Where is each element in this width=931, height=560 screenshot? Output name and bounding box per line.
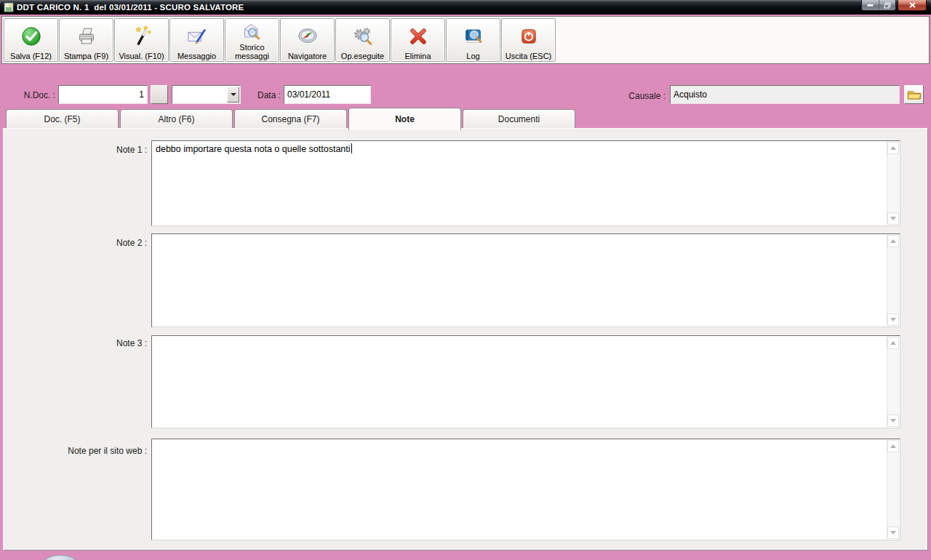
note1-text: debbo importare questa nota o quelle sot… [156, 144, 351, 154]
tab-consegna[interactable]: Consegna (F7) [234, 109, 347, 128]
visual-button[interactable]: Visual. (F10) [114, 18, 169, 62]
folder-icon [907, 89, 922, 100]
vertical-scrollbar[interactable] [887, 142, 899, 225]
stampa-button[interactable]: Stampa (F9) [59, 18, 113, 62]
save-check-icon [20, 20, 42, 52]
tab-content-note: Note 1 : debbo importare questa nota o q… [3, 128, 928, 551]
scroll-down-icon[interactable] [887, 527, 899, 539]
window-title: DDT CARICO N. 1 del 03/01/2011 - SCURO S… [17, 3, 244, 12]
ndoc-mini-button[interactable] [151, 85, 168, 104]
chevron-down-icon [231, 93, 236, 96]
text-cursor [351, 143, 352, 153]
power-icon [519, 20, 539, 52]
tab-altro[interactable]: Altro (F6) [120, 109, 233, 128]
tab-doc[interactable]: Doc. (F5) [6, 109, 119, 128]
tab-documenti[interactable]: Documenti [463, 109, 575, 128]
elimina-button[interactable]: Elimina [391, 18, 445, 62]
vertical-scrollbar[interactable] [887, 337, 899, 427]
op-eseguite-button[interactable]: Op.eseguite [335, 18, 390, 62]
causale-browse-button[interactable] [904, 85, 924, 104]
causale-input[interactable] [670, 85, 900, 104]
app-icon [4, 2, 14, 12]
uscita-button[interactable]: Uscita (ESC) [501, 18, 556, 62]
book-magnifier-icon [463, 20, 484, 52]
salva-button[interactable]: Salva (F12) [4, 18, 58, 62]
note-web-label: Note per il sito web : [4, 446, 147, 456]
note3-textarea[interactable] [151, 335, 900, 428]
window-controls [861, 0, 927, 11]
envelope-magnifier-icon [242, 20, 263, 43]
scroll-up-icon[interactable] [887, 440, 899, 452]
toolbar: Salva (F12) Stampa (F9) [1, 16, 930, 64]
note1-textarea[interactable]: debbo importare questa nota o quelle sot… [151, 140, 900, 226]
vertical-scrollbar[interactable] [887, 235, 899, 326]
navigatore-button[interactable]: Navigatore [280, 18, 335, 62]
scroll-down-icon[interactable] [887, 313, 899, 326]
titlebar: DDT CARICO N. 1 del 03/01/2011 - SCURO S… [0, 0, 931, 15]
scroll-up-icon[interactable] [887, 142, 899, 154]
storico-messaggi-button[interactable]: Storico messaggi [225, 18, 279, 62]
compass-icon [297, 20, 319, 52]
doc-type-select[interactable] [172, 85, 241, 104]
app-window: DDT CARICO N. 1 del 03/01/2011 - SCURO S… [0, 0, 931, 560]
scroll-up-icon[interactable] [887, 235, 899, 247]
printer-icon [76, 20, 97, 52]
gears-magnifier-icon [352, 20, 374, 52]
scroll-up-icon[interactable] [887, 337, 899, 349]
vertical-scrollbar[interactable] [887, 440, 899, 539]
data-input[interactable] [284, 85, 371, 104]
note-web-textarea[interactable] [151, 439, 900, 540]
red-x-icon [407, 20, 429, 52]
combo-dropdown-button[interactable] [227, 87, 239, 103]
note1-label: Note 1 : [4, 145, 147, 155]
causale-label: Causale : [611, 91, 666, 101]
scroll-down-icon[interactable] [887, 415, 899, 427]
deco-circle [44, 555, 77, 560]
note3-label: Note 3 : [4, 338, 147, 348]
ndoc-input[interactable] [58, 85, 148, 104]
messaggio-button[interactable]: Messaggio [169, 18, 224, 62]
minimize-button[interactable] [862, 0, 879, 10]
envelope-pen-icon [186, 20, 208, 52]
magic-wand-icon [131, 20, 153, 52]
data-label: Data : [244, 90, 281, 100]
close-button[interactable] [898, 0, 927, 11]
note2-textarea[interactable] [151, 233, 900, 327]
scroll-down-icon[interactable] [887, 212, 899, 225]
log-button[interactable]: Log [446, 18, 500, 62]
restore-button[interactable] [879, 0, 895, 10]
ndoc-label: N.Doc. : [13, 90, 55, 100]
tab-note[interactable]: Note [348, 108, 461, 130]
note2-label: Note 2 : [4, 238, 147, 248]
